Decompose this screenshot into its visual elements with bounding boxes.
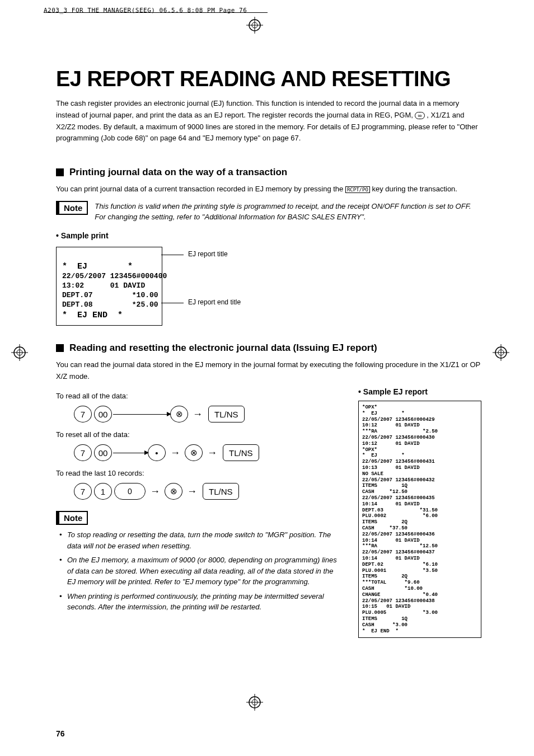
section-2-title: Reading and resetting the electronic jou…: [56, 342, 481, 354]
key-multiply: ⊗: [165, 483, 182, 500]
sample-receipt-container: * EJ * 22/05/2007 123456#000400 13:02 01…: [56, 247, 481, 326]
page-header-text: A203_3 FOR THE MANAGER(SEEG) 06.5.6 8:08…: [44, 7, 247, 14]
registration-mark-bottom: [246, 694, 263, 711]
key-dot: •: [148, 444, 166, 461]
key-0: 0: [114, 483, 146, 500]
registration-mark-left: [11, 344, 28, 361]
key-sequence-reset-all: 7 00 • → ⊗ → TL/NS: [73, 444, 341, 461]
key-00: 00: [94, 444, 112, 461]
sample-print-label: • Sample print: [56, 231, 481, 240]
sample-ej-label: • Sample EJ report: [358, 387, 481, 396]
callout-ej-title: EJ report title: [188, 250, 228, 258]
section-2-text: You can read the journal data stored in …: [56, 359, 481, 383]
key-sequence-read-all: 7 00 ⊗ → TL/NS: [73, 406, 341, 422]
registration-mark-right: [493, 344, 509, 361]
rcptpo-key-icon: RCPT/PO: [345, 186, 370, 193]
arrow-icon: →: [207, 447, 217, 459]
note-item-1: To stop reading or resetting the data, t…: [67, 529, 341, 551]
key-tlns: TL/NS: [208, 406, 245, 422]
note-item-3: When printing is performed continuously,…: [67, 591, 341, 613]
key-multiply: ⊗: [185, 444, 203, 461]
key-multiply: ⊗: [170, 406, 188, 422]
key-00: 00: [94, 406, 112, 422]
intro-paragraph: The cash register provides an electronic…: [56, 98, 481, 144]
page-title: EJ REPORT READING AND RESETTING: [56, 67, 481, 91]
key-7: 7: [74, 444, 92, 461]
key-tlns: TL/NS: [223, 444, 259, 461]
arrow-icon: →: [150, 486, 160, 497]
arrow-icon: →: [170, 447, 180, 459]
note-box-1: Note This function is valid when the pri…: [56, 201, 481, 223]
callout-ej-end: EJ report end title: [188, 298, 241, 306]
section-1-text: You can print journal data of a current …: [56, 184, 481, 195]
note-list: To stop reading or resetting the data, t…: [56, 529, 341, 613]
loop-icon: ∞: [415, 112, 424, 119]
key-tlns: TL/NS: [203, 483, 239, 500]
arrow-icon: →: [193, 408, 203, 420]
page-number: 76: [56, 729, 65, 738]
reset-all-label: To reset all of the data:: [56, 430, 341, 439]
callout-line: [161, 255, 184, 255]
sample-ej-report: *OPX* * EJ * 22/05/2007 123456#000429 10…: [358, 401, 481, 638]
arrow-icon: →: [187, 486, 197, 497]
note-item-2: On the EJ memory, a maximum of 9000 (or …: [67, 555, 341, 588]
section-1-title: Printing journal data on the way of a tr…: [56, 167, 481, 178]
note-label: Note: [56, 201, 88, 215]
callout-line: [161, 303, 184, 303]
arrow-line: [113, 453, 147, 453]
read-last-label: To read the last 10 records:: [56, 469, 341, 477]
key-7: 7: [74, 483, 92, 500]
key-1: 1: [94, 483, 112, 500]
key-sequence-read-last: 7 1 0 → ⊗ → TL/NS: [73, 483, 341, 500]
read-all-label: To read all of the data:: [56, 392, 341, 400]
header-rule: [44, 12, 268, 13]
note-text-1: This function is valid when the printing…: [95, 201, 481, 223]
arrow-line: [113, 414, 169, 415]
note-label-2: Note: [56, 511, 88, 525]
key-7: 7: [74, 406, 92, 422]
registration-mark-top: [246, 17, 263, 34]
sample-receipt: * EJ * 22/05/2007 123456#000400 13:02 01…: [56, 247, 162, 326]
